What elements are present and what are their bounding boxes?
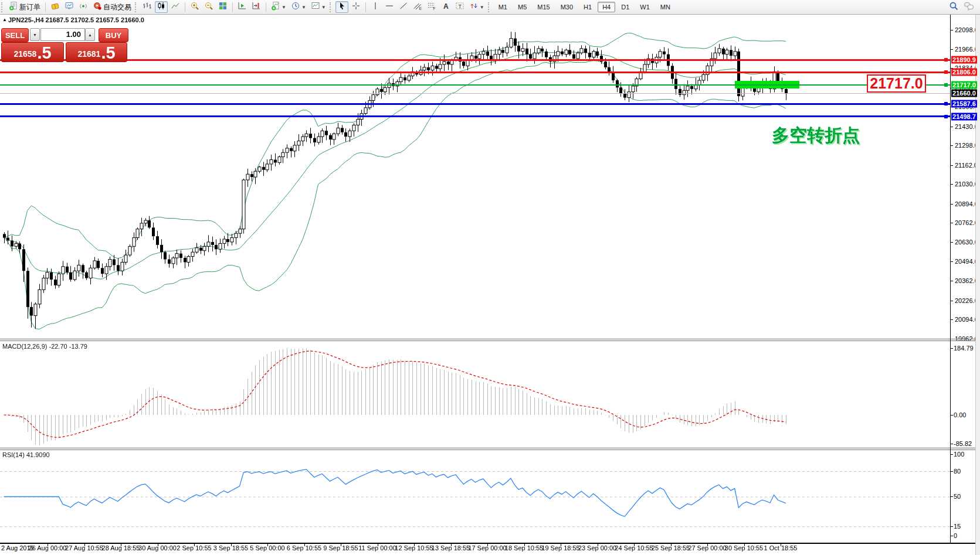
level-drag-handle[interactable] bbox=[944, 83, 948, 87]
resistance-line[interactable] bbox=[0, 71, 950, 73]
level-drag-handle[interactable] bbox=[944, 102, 948, 105]
chart-shift-button[interactable] bbox=[250, 1, 263, 13]
pane-separator[interactable] bbox=[0, 450, 975, 450]
rsi-pane-canvas[interactable] bbox=[0, 451, 950, 543]
price-level-label: 21806.0 bbox=[951, 69, 977, 76]
signals-button[interactable] bbox=[77, 1, 90, 13]
time-axis-label[interactable]: 1 Oct 18:55 bbox=[764, 544, 798, 551]
level-drag-handle[interactable] bbox=[944, 115, 948, 118]
toolbar-grip[interactable] bbox=[488, 2, 491, 12]
timeframe-button-H1[interactable]: H1 bbox=[579, 2, 596, 12]
time-axis-label[interactable]: 3 Sep 18:55 bbox=[213, 544, 248, 551]
macd-pane-canvas[interactable] bbox=[0, 341, 950, 448]
price-tick-label: 20362.0 bbox=[955, 277, 978, 284]
time-axis-label[interactable]: 30 Sep 10:55 bbox=[725, 544, 763, 551]
zoom-out-button[interactable] bbox=[202, 1, 215, 13]
time-axis-label[interactable]: 18 Sep 10:55 bbox=[505, 544, 543, 551]
time-axis-label[interactable]: 27 Aug 10:55 bbox=[65, 544, 103, 551]
new-order-button[interactable]: 新订单 bbox=[7, 1, 42, 13]
buy-price-display[interactable]: 21681 .5 bbox=[66, 42, 127, 62]
current-price-line[interactable] bbox=[0, 93, 950, 94]
time-axis-label[interactable]: 13 Sep 18:55 bbox=[432, 544, 470, 551]
cursor-tool-button[interactable] bbox=[335, 1, 348, 13]
key-level-price-callout[interactable]: 21717.0 bbox=[867, 74, 926, 93]
candlestick-icon bbox=[157, 1, 166, 13]
tile-windows-button[interactable] bbox=[216, 1, 229, 13]
candlestick-mode-button[interactable] bbox=[155, 1, 168, 13]
label-tool-button[interactable]: T bbox=[453, 1, 466, 13]
pane-separator[interactable] bbox=[0, 339, 975, 339]
chat-button[interactable] bbox=[962, 1, 976, 13]
search-button[interactable] bbox=[947, 1, 961, 13]
time-axis-label[interactable]: 17 Sep 00:00 bbox=[468, 544, 506, 551]
chart-title: JPN225-,H4 21687.5 21702.5 21657.5 21660… bbox=[8, 16, 144, 23]
bar-chart-mode-button[interactable] bbox=[141, 1, 154, 13]
time-axis-label[interactable]: 9 Sep 18:55 bbox=[323, 544, 358, 551]
horizontal-line-tool-button[interactable] bbox=[383, 1, 396, 13]
trading-terminal-window: 新订单 自动交易 ▼ ▼ ▼ E F A T ▼ bbox=[0, 0, 980, 555]
channel-tool-button[interactable]: E bbox=[411, 1, 424, 13]
volume-increase-button[interactable]: ▲ bbox=[85, 28, 95, 41]
toolbar-grip[interactable] bbox=[1, 2, 4, 12]
arrows-tool-button[interactable]: ▼ bbox=[467, 1, 486, 13]
volume-decrease-button[interactable]: ▼ bbox=[30, 28, 40, 41]
search-icon bbox=[949, 1, 959, 13]
timeframe-button-H4[interactable]: H4 bbox=[598, 2, 615, 12]
templates-button[interactable]: ▼ bbox=[309, 1, 328, 13]
time-axis-label[interactable]: 30 Aug 00:00 bbox=[138, 544, 177, 551]
fibonacci-tool-button[interactable]: F bbox=[425, 1, 438, 13]
charts-window-button[interactable] bbox=[63, 1, 76, 13]
sell-price-int: 21658 bbox=[13, 46, 36, 62]
toolbar-grip[interactable] bbox=[135, 2, 138, 12]
time-axis-label[interactable]: 26 Aug 00:00 bbox=[29, 544, 67, 551]
resistance-line[interactable] bbox=[0, 59, 950, 61]
time-axis-label[interactable]: 23 Sep 00:00 bbox=[578, 544, 616, 551]
time-axis-label[interactable]: 2 Sep 10:55 bbox=[177, 544, 211, 551]
auto-trading-button[interactable]: 自动交易 bbox=[91, 1, 133, 13]
price-tick-label: 20894.0 bbox=[955, 200, 978, 207]
buy-button[interactable]: BUY bbox=[99, 28, 128, 42]
indicators-button[interactable]: ▼ bbox=[269, 1, 288, 13]
time-axis-label[interactable]: 27 Sep 00:00 bbox=[688, 544, 726, 551]
time-axis-label[interactable]: 24 Sep 10:55 bbox=[615, 544, 653, 551]
pane-separator[interactable] bbox=[0, 448, 975, 448]
volume-input[interactable]: 1.00 bbox=[40, 28, 85, 41]
timeframe-button-M5[interactable]: M5 bbox=[513, 2, 531, 12]
timeframe-button-D1[interactable]: D1 bbox=[616, 2, 634, 12]
timeframe-button-M1[interactable]: M1 bbox=[494, 2, 512, 12]
timeframe-button-M30[interactable]: M30 bbox=[556, 2, 578, 12]
pane-separator[interactable] bbox=[0, 341, 975, 341]
time-axis-label[interactable]: 6 Sep 10:55 bbox=[287, 544, 321, 551]
timeframe-button-MN[interactable]: MN bbox=[656, 2, 675, 12]
toolbar-grip[interactable] bbox=[330, 2, 333, 12]
line-chart-mode-button[interactable] bbox=[169, 1, 182, 13]
support-line[interactable] bbox=[0, 115, 950, 117]
arrows-icon bbox=[469, 1, 479, 13]
time-axis-label[interactable]: 5 Sep 00:00 bbox=[250, 544, 284, 551]
turning-point-annotation[interactable]: 多空转折点 bbox=[772, 124, 860, 148]
periods-button[interactable]: ▼ bbox=[289, 1, 308, 13]
support-line[interactable] bbox=[0, 103, 950, 105]
time-axis-label[interactable]: 19 Sep 18:55 bbox=[541, 544, 579, 551]
sell-button[interactable]: SELL bbox=[1, 28, 29, 42]
timeframe-button-M15[interactable]: M15 bbox=[533, 2, 554, 12]
time-axis-label[interactable]: 11 Sep 00:00 bbox=[358, 544, 396, 551]
vertical-line-tool-button[interactable] bbox=[369, 1, 382, 13]
time-axis-label[interactable]: 25 Sep 18:55 bbox=[652, 544, 690, 551]
trendline-tool-button[interactable] bbox=[397, 1, 410, 13]
pivot-line[interactable] bbox=[0, 84, 950, 86]
text-tool-button[interactable]: A bbox=[439, 1, 452, 13]
level-drag-handle[interactable] bbox=[944, 70, 948, 74]
auto-scroll-button[interactable] bbox=[236, 1, 249, 13]
zoom-in-button[interactable] bbox=[188, 1, 201, 13]
time-axis-label[interactable]: 12 Sep 10:55 bbox=[395, 544, 433, 551]
level-drag-handle[interactable] bbox=[944, 58, 948, 62]
book-button[interactable] bbox=[49, 1, 62, 13]
sell-price-display[interactable]: 21658 .5 bbox=[1, 42, 64, 62]
crosshair-tool-button[interactable] bbox=[350, 1, 362, 13]
timeframe-button-W1[interactable]: W1 bbox=[635, 2, 655, 12]
time-axis-label[interactable]: 28 Aug 18:55 bbox=[102, 544, 140, 551]
macd-scale-label: 0.00 bbox=[954, 411, 966, 418]
price-chart-canvas[interactable] bbox=[0, 14, 950, 339]
book-icon bbox=[50, 1, 60, 13]
